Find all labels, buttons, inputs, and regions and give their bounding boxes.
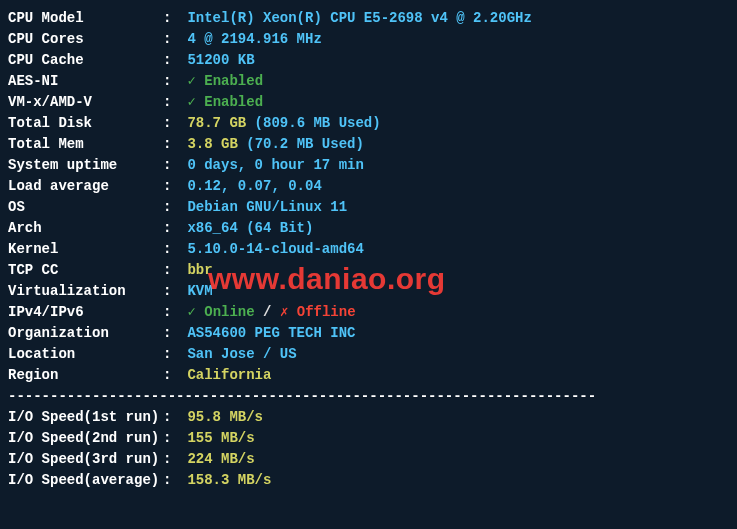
sysinfo-value: 0 days, 0 hour 17 min <box>187 155 363 176</box>
iospeed-row: I/O Speed(average) 158.3 MB/s <box>8 470 729 491</box>
sysinfo-row: CPU Model Intel(R) Xeon(R) CPU E5-2698 v… <box>8 8 729 29</box>
sysinfo-label: VM-x/AMD-V <box>8 92 163 113</box>
colon <box>163 281 179 302</box>
iospeed-row: I/O Speed(2nd run) 155 MB/s <box>8 428 729 449</box>
colon <box>163 218 179 239</box>
sysinfo-row: Kernel 5.10.0-14-cloud-amd64 <box>8 239 729 260</box>
sysinfo-label: Location <box>8 344 163 365</box>
iospeed-value: 224 MB/s <box>187 449 254 470</box>
colon <box>163 449 179 470</box>
iospeed-value: 158.3 MB/s <box>187 470 271 491</box>
sysinfo-value: ✓ Enabled <box>187 92 263 113</box>
iospeed-row: I/O Speed(1st run) 95.8 MB/s <box>8 407 729 428</box>
sysinfo-row: CPU Cores 4 @ 2194.916 MHz <box>8 29 729 50</box>
iospeed-label: I/O Speed(1st run) <box>8 407 163 428</box>
sysinfo-label: Load average <box>8 176 163 197</box>
sysinfo-label: Region <box>8 365 163 386</box>
sysinfo-row: TCP CC bbr <box>8 260 729 281</box>
sysinfo-value: San Jose / US <box>187 344 296 365</box>
sysinfo-label: System uptime <box>8 155 163 176</box>
iospeed-label: I/O Speed(3rd run) <box>8 449 163 470</box>
colon <box>163 344 179 365</box>
colon <box>163 176 179 197</box>
sysinfo-value: 4 @ 2194.916 MHz <box>187 29 321 50</box>
iospeed-label: I/O Speed(average) <box>8 470 163 491</box>
colon <box>163 260 179 281</box>
sysinfo-label: CPU Cores <box>8 29 163 50</box>
divider: ----------------------------------------… <box>8 386 729 407</box>
colon <box>163 470 179 491</box>
sysinfo-row: Organization AS54600 PEG TECH INC <box>8 323 729 344</box>
colon <box>163 134 179 155</box>
sysinfo-value: ✓ Online / ✗ Offline <box>187 302 355 323</box>
sysinfo-row: OS Debian GNU/Linux 11 <box>8 197 729 218</box>
sysinfo-label: Total Mem <box>8 134 163 155</box>
sysinfo-row: Arch x86_64 (64 Bit) <box>8 218 729 239</box>
sysinfo-value: 3.8 GB (70.2 MB Used) <box>187 134 363 155</box>
sysinfo-value: x86_64 (64 Bit) <box>187 218 313 239</box>
iospeed-row: I/O Speed(3rd run) 224 MB/s <box>8 449 729 470</box>
sysinfo-value: 51200 KB <box>187 50 254 71</box>
sysinfo-value: ✓ Enabled <box>187 71 263 92</box>
sysinfo-row: IPv4/IPv6 ✓ Online / ✗ Offline <box>8 302 729 323</box>
colon <box>163 323 179 344</box>
sysinfo-label: Total Disk <box>8 113 163 134</box>
sysinfo-value: 5.10.0-14-cloud-amd64 <box>187 239 363 260</box>
sysinfo-label: Organization <box>8 323 163 344</box>
colon <box>163 29 179 50</box>
terminal-output: CPU Model Intel(R) Xeon(R) CPU E5-2698 v… <box>8 8 729 491</box>
colon <box>163 50 179 71</box>
sysinfo-row: Load average 0.12, 0.07, 0.04 <box>8 176 729 197</box>
sysinfo-value: Debian GNU/Linux 11 <box>187 197 347 218</box>
sysinfo-value: AS54600 PEG TECH INC <box>187 323 355 344</box>
sysinfo-value: KVM <box>187 281 212 302</box>
iospeed-value: 155 MB/s <box>187 428 254 449</box>
sysinfo-label: CPU Cache <box>8 50 163 71</box>
sysinfo-value: Intel(R) Xeon(R) CPU E5-2698 v4 @ 2.20GH… <box>187 8 531 29</box>
colon <box>163 428 179 449</box>
colon <box>163 197 179 218</box>
sysinfo-value: 0.12, 0.07, 0.04 <box>187 176 321 197</box>
sysinfo-row: Region California <box>8 365 729 386</box>
sysinfo-label: TCP CC <box>8 260 163 281</box>
colon <box>163 302 179 323</box>
sysinfo-label: Arch <box>8 218 163 239</box>
iospeed-label: I/O Speed(2nd run) <box>8 428 163 449</box>
iospeed-value: 95.8 MB/s <box>187 407 263 428</box>
sysinfo-row: Total Disk 78.7 GB (809.6 MB Used) <box>8 113 729 134</box>
sysinfo-value: bbr <box>187 260 212 281</box>
sysinfo-row: CPU Cache 51200 KB <box>8 50 729 71</box>
colon <box>163 92 179 113</box>
colon <box>163 239 179 260</box>
colon <box>163 113 179 134</box>
sysinfo-row: System uptime 0 days, 0 hour 17 min <box>8 155 729 176</box>
sysinfo-label: OS <box>8 197 163 218</box>
sysinfo-label: Kernel <box>8 239 163 260</box>
sysinfo-label: CPU Model <box>8 8 163 29</box>
sysinfo-row: VM-x/AMD-V ✓ Enabled <box>8 92 729 113</box>
colon <box>163 155 179 176</box>
sysinfo-label: AES-NI <box>8 71 163 92</box>
sysinfo-row: Total Mem 3.8 GB (70.2 MB Used) <box>8 134 729 155</box>
colon <box>163 407 179 428</box>
sysinfo-value: California <box>187 365 271 386</box>
sysinfo-row: AES-NI ✓ Enabled <box>8 71 729 92</box>
sysinfo-value: 78.7 GB (809.6 MB Used) <box>187 113 380 134</box>
sysinfo-label: Virtualization <box>8 281 163 302</box>
colon <box>163 8 179 29</box>
sysinfo-row: Virtualization KVM <box>8 281 729 302</box>
colon <box>163 71 179 92</box>
colon <box>163 365 179 386</box>
sysinfo-row: Location San Jose / US <box>8 344 729 365</box>
sysinfo-label: IPv4/IPv6 <box>8 302 163 323</box>
